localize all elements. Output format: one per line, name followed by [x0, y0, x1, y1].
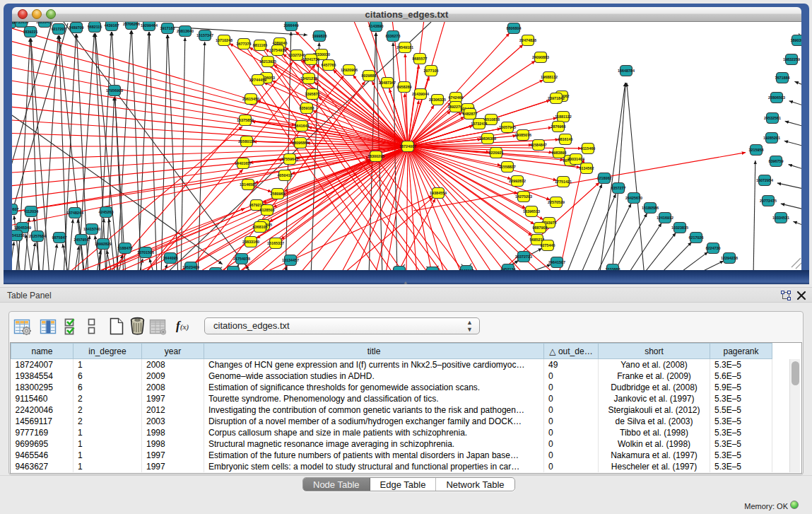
svg-text:22806503: 22806503	[768, 95, 785, 100]
svg-text:19836388: 19836388	[479, 136, 496, 141]
svg-text:5188470: 5188470	[118, 246, 133, 250]
svg-text:11558837: 11558837	[499, 165, 516, 169]
svg-text:15180586: 15180586	[642, 206, 659, 210]
svg-text:10057945: 10057945	[499, 125, 516, 129]
svg-text:24090883: 24090883	[532, 55, 549, 59]
svg-text:9875847: 9875847	[52, 235, 67, 240]
svg-text:8359183: 8359183	[300, 106, 314, 110]
svg-text:20813640: 20813640	[177, 29, 194, 33]
svg-text:20580115: 20580115	[238, 139, 255, 144]
svg-text:13732411: 13732411	[471, 122, 488, 126]
svg-text:11584847: 11584847	[530, 143, 547, 147]
svg-text:7452134: 7452134	[501, 267, 516, 270]
svg-text:8224730: 8224730	[706, 246, 721, 250]
svg-text:3644095: 3644095	[163, 256, 178, 260]
svg-text:3395870: 3395870	[305, 92, 320, 96]
svg-text:16072954: 16072954	[756, 178, 773, 182]
svg-text:15157347: 15157347	[196, 33, 213, 37]
svg-text:24549181: 24549181	[396, 45, 413, 49]
svg-text:16213925: 16213925	[259, 59, 276, 64]
svg-text:6482877: 6482877	[463, 112, 478, 116]
svg-text:8806804: 8806804	[507, 26, 522, 30]
svg-text:9887903: 9887903	[533, 226, 548, 230]
svg-text:9115460: 9115460	[581, 146, 596, 151]
svg-text:1890399: 1890399	[791, 38, 802, 42]
svg-text:13241736: 13241736	[302, 57, 319, 62]
svg-text:13701506: 13701506	[137, 250, 154, 255]
svg-text:8134562: 8134562	[579, 166, 594, 170]
svg-text:22093651: 22093651	[225, 269, 242, 270]
svg-text:18300295: 18300295	[367, 154, 384, 158]
svg-text:4735650: 4735650	[14, 22, 29, 24]
svg-text:3917183: 3917183	[160, 26, 175, 30]
svg-text:3220921: 3220921	[489, 151, 504, 155]
svg-text:8646997: 8646997	[459, 269, 474, 270]
svg-text:1839221: 1839221	[23, 30, 38, 34]
svg-text:12541238: 12541238	[12, 233, 25, 238]
svg-text:13748244: 13748244	[66, 211, 83, 215]
svg-text:19085076: 19085076	[514, 133, 531, 137]
svg-text:16415740: 16415740	[83, 227, 100, 231]
svg-text:9958289: 9958289	[397, 85, 412, 89]
svg-text:16648784: 16648784	[618, 69, 635, 73]
svg-text:3677374: 3677374	[237, 42, 252, 46]
svg-text:9275445: 9275445	[541, 243, 555, 247]
svg-text:4439167: 4439167	[105, 23, 119, 28]
svg-text:13421212: 13421212	[300, 76, 317, 81]
svg-text:2537611: 2537611	[392, 269, 407, 270]
svg-text:23833160: 23833160	[242, 240, 259, 244]
svg-text:19384554: 19384554	[430, 191, 447, 195]
svg-text:6357277: 6357277	[611, 186, 626, 190]
svg-text:24425670: 24425670	[625, 196, 642, 200]
svg-text:8685577: 8685577	[413, 57, 428, 61]
svg-text:22744459: 22744459	[249, 78, 266, 82]
svg-text:24532561: 24532561	[764, 116, 781, 120]
svg-text:6368105: 6368105	[253, 225, 268, 229]
svg-text:10323815: 10323815	[671, 226, 688, 230]
svg-text:13754919: 13754919	[269, 48, 286, 52]
svg-text:18096865: 18096865	[292, 141, 309, 145]
svg-text:20372723: 20372723	[515, 255, 532, 259]
svg-text:10228452: 10228452	[36, 22, 53, 24]
svg-text:18724007: 18724007	[399, 144, 416, 148]
svg-text:6457765: 6457765	[322, 63, 336, 67]
svg-text:9983893: 9983893	[552, 151, 567, 155]
svg-text:20615450: 20615450	[242, 97, 259, 101]
svg-text:13045349: 13045349	[14, 226, 31, 230]
svg-text:23487347: 23487347	[379, 81, 396, 85]
svg-text:19299464: 19299464	[141, 23, 158, 28]
svg-text:19523409: 19523409	[182, 265, 199, 269]
svg-text:4143890: 4143890	[369, 24, 384, 28]
svg-text:17956909: 17956909	[106, 88, 123, 93]
svg-text:23706266: 23706266	[123, 22, 140, 26]
svg-text:6128503: 6128503	[260, 208, 275, 212]
svg-text:3215958: 3215958	[749, 148, 764, 152]
svg-text:14401657: 14401657	[235, 161, 252, 165]
svg-text:2457954: 2457954	[74, 238, 89, 242]
svg-text:7671884: 7671884	[775, 76, 790, 80]
svg-text:20031404: 20031404	[567, 157, 584, 161]
svg-text:4429607: 4429607	[12, 207, 19, 211]
svg-text:9816145: 9816145	[558, 137, 573, 141]
svg-text:1218062: 1218062	[597, 176, 612, 180]
svg-text:8811165: 8811165	[253, 43, 267, 47]
svg-text:9217207: 9217207	[52, 27, 66, 31]
svg-text:21754078: 21754078	[233, 257, 250, 261]
svg-text:15375853: 15375853	[237, 118, 254, 122]
svg-text:23971842: 23971842	[548, 96, 565, 100]
svg-text:15165337: 15165337	[267, 241, 284, 245]
svg-text:8489709: 8489709	[69, 25, 84, 30]
svg-text:10334531: 10334531	[772, 216, 789, 220]
svg-text:2876966: 2876966	[551, 124, 566, 129]
svg-text:22474828: 22474828	[519, 38, 536, 42]
svg-text:4112034: 4112034	[24, 209, 39, 214]
svg-text:17559643: 17559643	[281, 157, 298, 161]
svg-text:2077105: 2077105	[424, 69, 439, 73]
svg-text:6217026: 6217026	[689, 235, 704, 240]
svg-text:11881122: 11881122	[555, 115, 571, 119]
svg-text:4050413: 4050413	[278, 173, 293, 177]
svg-text:19832259: 19832259	[783, 57, 800, 62]
svg-text:22306335: 22306335	[429, 98, 446, 102]
svg-text:10710248: 10710248	[216, 38, 233, 42]
svg-text:17751421: 17751421	[555, 180, 572, 184]
